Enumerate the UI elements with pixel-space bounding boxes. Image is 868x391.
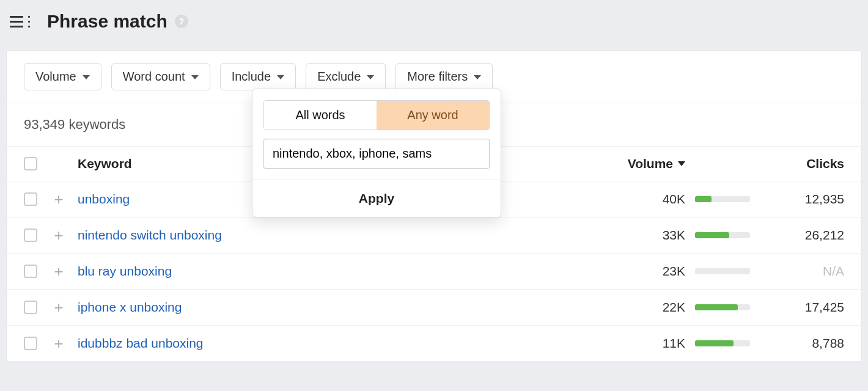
exclude-filter-button[interactable]: Exclude <box>306 63 386 90</box>
add-keyword-button[interactable]: + <box>51 191 67 207</box>
volume-value: 23K <box>594 264 685 279</box>
volume-value: 11K <box>594 336 685 351</box>
chevron-down-icon <box>367 75 374 79</box>
filters-bar: Volume Word count Include Exclude More f… <box>7 51 861 103</box>
keyword-link[interactable]: blu ray unboxing <box>78 264 594 279</box>
select-all-checkbox[interactable] <box>24 157 37 170</box>
hamburger-icon <box>10 13 27 30</box>
row-checkbox[interactable] <box>24 265 37 278</box>
word-count-filter-label: Word count <box>123 70 185 84</box>
include-terms-input[interactable] <box>263 139 490 169</box>
word-count-filter-button[interactable]: Word count <box>111 63 210 90</box>
table-row: +nintendo switch unboxing33K26,212 <box>7 217 861 254</box>
hamburger-dots-icon <box>28 16 30 27</box>
add-keyword-button[interactable]: + <box>51 299 67 315</box>
table-row: +idubbbz bad unboxing11K8,788 <box>7 326 861 362</box>
keyword-link[interactable]: nintendo switch unboxing <box>78 228 594 243</box>
clicks-value: 8,788 <box>752 336 844 351</box>
clicks-value: 26,212 <box>752 228 844 243</box>
table-row: +blu ray unboxing23KN/A <box>7 254 861 290</box>
clicks-value: N/A <box>752 264 844 279</box>
chevron-down-icon <box>277 75 284 79</box>
column-header-volume-label: Volume <box>628 156 673 171</box>
keyword-link[interactable]: iphone x unboxing <box>78 300 594 315</box>
clicks-bar <box>695 196 750 202</box>
main-panel: Volume Word count Include Exclude More f… <box>6 50 862 362</box>
row-checkbox[interactable] <box>24 301 37 314</box>
volume-filter-label: Volume <box>35 70 76 84</box>
chevron-down-icon <box>83 75 90 79</box>
include-filter-popup: All words Any word Apply <box>252 89 501 217</box>
volume-filter-button[interactable]: Volume <box>24 63 101 90</box>
column-header-clicks[interactable]: Clicks <box>752 156 844 171</box>
clicks-bar <box>695 232 750 238</box>
table-row: +iphone x unboxing22K17,425 <box>7 290 861 326</box>
clicks-bar <box>695 304 750 310</box>
clicks-value: 12,935 <box>752 192 844 206</box>
more-filters-label: More filters <box>407 70 468 84</box>
add-keyword-button[interactable]: + <box>51 263 67 279</box>
exclude-filter-label: Exclude <box>317 70 361 84</box>
clicks-bar <box>695 268 750 274</box>
row-checkbox[interactable] <box>24 337 37 350</box>
segment-all-words[interactable]: All words <box>264 101 377 130</box>
chevron-down-icon <box>191 75 199 79</box>
include-apply-button[interactable]: Apply <box>252 180 501 217</box>
more-filters-button[interactable]: More filters <box>395 63 493 90</box>
volume-value: 40K <box>594 192 685 206</box>
clicks-bar <box>695 340 750 346</box>
row-checkbox[interactable] <box>24 228 37 242</box>
app-header: Phrase match ? <box>0 0 868 46</box>
sort-desc-icon <box>678 161 685 166</box>
volume-value: 33K <box>594 228 685 243</box>
add-keyword-button[interactable]: + <box>51 227 67 243</box>
column-header-volume[interactable]: Volume <box>594 156 685 171</box>
clicks-value: 17,425 <box>752 300 844 315</box>
add-keyword-button[interactable]: + <box>51 335 67 351</box>
keyword-link[interactable]: idubbbz bad unboxing <box>78 336 594 351</box>
row-checkbox[interactable] <box>24 192 37 206</box>
hamburger-menu-button[interactable] <box>10 13 30 30</box>
chevron-down-icon <box>474 75 481 79</box>
include-filter-label: Include <box>232 70 271 84</box>
volume-value: 22K <box>594 300 685 315</box>
page-title: Phrase match <box>47 11 167 32</box>
include-filter-button[interactable]: Include <box>220 63 296 90</box>
include-mode-segmented: All words Any word <box>263 100 490 130</box>
segment-any-word[interactable]: Any word <box>377 101 489 130</box>
help-icon[interactable]: ? <box>175 15 188 28</box>
